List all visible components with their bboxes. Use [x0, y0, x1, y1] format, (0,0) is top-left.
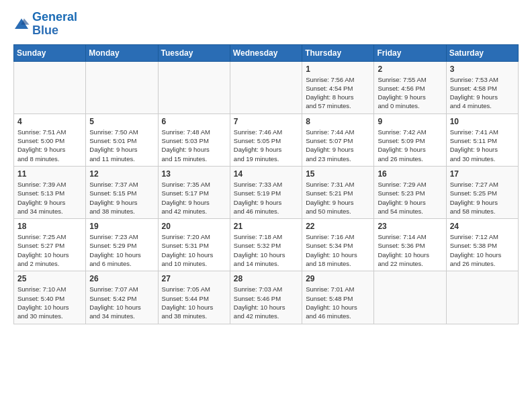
header: General Blue — [13, 11, 519, 38]
calendar-cell: 16Sunrise: 7:29 AM Sunset: 5:23 PM Dayli… — [374, 166, 446, 218]
calendar-cell: 15Sunrise: 7:31 AM Sunset: 5:21 PM Dayli… — [302, 166, 374, 218]
day-info: Sunrise: 7:29 AM Sunset: 5:23 PM Dayligh… — [378, 180, 442, 216]
day-header-saturday: Saturday — [446, 44, 518, 61]
calendar-cell — [446, 271, 518, 324]
day-number: 3 — [450, 64, 515, 74]
day-number: 8 — [306, 117, 370, 126]
day-number: 29 — [306, 274, 370, 283]
day-info: Sunrise: 7:16 AM Sunset: 5:34 PM Dayligh… — [306, 232, 370, 268]
day-info: Sunrise: 7:42 AM Sunset: 5:09 PM Dayligh… — [378, 128, 442, 163]
day-info: Sunrise: 7:56 AM Sunset: 4:54 PM Dayligh… — [306, 75, 370, 111]
page: General Blue SundayMondayTuesdayWednesda… — [0, 0, 532, 331]
calendar-cell: 3Sunrise: 7:53 AM Sunset: 4:58 PM Daylig… — [446, 61, 518, 113]
calendar-cell: 25Sunrise: 7:10 AM Sunset: 5:40 PM Dayli… — [14, 271, 86, 324]
day-info: Sunrise: 7:37 AM Sunset: 5:15 PM Dayligh… — [89, 180, 154, 216]
day-info: Sunrise: 7:39 AM Sunset: 5:13 PM Dayligh… — [17, 180, 82, 216]
day-number: 1 — [306, 64, 370, 74]
day-info: Sunrise: 7:35 AM Sunset: 5:17 PM Dayligh… — [162, 180, 226, 216]
calendar-cell: 23Sunrise: 7:14 AM Sunset: 5:36 PM Dayli… — [374, 219, 446, 271]
calendar-cell — [230, 61, 302, 113]
day-number: 11 — [17, 169, 82, 179]
day-number: 19 — [89, 222, 154, 231]
header-row: SundayMondayTuesdayWednesdayThursdayFrid… — [14, 44, 519, 61]
day-info: Sunrise: 7:01 AM Sunset: 5:48 PM Dayligh… — [306, 285, 370, 320]
day-number: 25 — [17, 274, 82, 283]
week-row-2: 4Sunrise: 7:51 AM Sunset: 5:00 PM Daylig… — [14, 113, 519, 166]
calendar-cell: 22Sunrise: 7:16 AM Sunset: 5:34 PM Dayli… — [302, 219, 374, 271]
calendar-cell: 13Sunrise: 7:35 AM Sunset: 5:17 PM Dayli… — [158, 166, 230, 218]
day-header-wednesday: Wednesday — [230, 44, 302, 61]
calendar-cell: 11Sunrise: 7:39 AM Sunset: 5:13 PM Dayli… — [14, 166, 86, 218]
day-number: 21 — [234, 222, 298, 231]
day-info: Sunrise: 7:31 AM Sunset: 5:21 PM Dayligh… — [306, 180, 370, 216]
calendar-cell: 8Sunrise: 7:44 AM Sunset: 5:07 PM Daylig… — [302, 113, 374, 166]
day-info: Sunrise: 7:27 AM Sunset: 5:25 PM Dayligh… — [450, 180, 515, 216]
calendar-cell: 29Sunrise: 7:01 AM Sunset: 5:48 PM Dayli… — [302, 271, 374, 324]
calendar-cell: 7Sunrise: 7:46 AM Sunset: 5:05 PM Daylig… — [230, 113, 302, 166]
day-info: Sunrise: 7:46 AM Sunset: 5:05 PM Dayligh… — [234, 128, 298, 163]
calendar-cell: 27Sunrise: 7:05 AM Sunset: 5:44 PM Dayli… — [158, 271, 230, 324]
logo-icon — [13, 17, 30, 31]
day-number: 28 — [234, 274, 298, 283]
day-header-friday: Friday — [374, 44, 446, 61]
day-number: 20 — [162, 222, 226, 231]
calendar-cell: 10Sunrise: 7:41 AM Sunset: 5:11 PM Dayli… — [446, 113, 518, 166]
calendar-cell — [86, 61, 158, 113]
calendar-table: SundayMondayTuesdayWednesdayThursdayFrid… — [13, 44, 519, 324]
day-number: 13 — [162, 169, 226, 179]
day-info: Sunrise: 7:48 AM Sunset: 5:03 PM Dayligh… — [162, 128, 226, 163]
day-info: Sunrise: 7:55 AM Sunset: 4:56 PM Dayligh… — [378, 75, 442, 111]
logo: General Blue — [13, 11, 77, 38]
calendar-cell: 12Sunrise: 7:37 AM Sunset: 5:15 PM Dayli… — [86, 166, 158, 218]
day-info: Sunrise: 7:03 AM Sunset: 5:46 PM Dayligh… — [234, 285, 298, 320]
day-number: 27 — [162, 274, 226, 283]
day-number: 24 — [450, 222, 515, 231]
day-info: Sunrise: 7:51 AM Sunset: 5:00 PM Dayligh… — [17, 128, 82, 163]
day-header-sunday: Sunday — [14, 44, 86, 61]
calendar-cell: 1Sunrise: 7:56 AM Sunset: 4:54 PM Daylig… — [302, 61, 374, 113]
day-number: 23 — [378, 222, 442, 231]
day-info: Sunrise: 7:25 AM Sunset: 5:27 PM Dayligh… — [17, 232, 82, 268]
day-number: 12 — [89, 169, 154, 179]
calendar-header: SundayMondayTuesdayWednesdayThursdayFrid… — [14, 44, 519, 61]
day-header-monday: Monday — [86, 44, 158, 61]
day-number: 2 — [378, 64, 442, 74]
calendar-cell: 9Sunrise: 7:42 AM Sunset: 5:09 PM Daylig… — [374, 113, 446, 166]
day-number: 4 — [17, 117, 82, 126]
day-number: 5 — [89, 117, 154, 126]
day-header-tuesday: Tuesday — [158, 44, 230, 61]
day-header-thursday: Thursday — [302, 44, 374, 61]
day-info: Sunrise: 7:05 AM Sunset: 5:44 PM Dayligh… — [162, 285, 226, 320]
day-info: Sunrise: 7:18 AM Sunset: 5:32 PM Dayligh… — [234, 232, 298, 268]
day-number: 10 — [450, 117, 515, 126]
calendar-cell: 2Sunrise: 7:55 AM Sunset: 4:56 PM Daylig… — [374, 61, 446, 113]
day-number: 26 — [89, 274, 154, 283]
day-number: 17 — [450, 169, 515, 179]
calendar-cell: 24Sunrise: 7:12 AM Sunset: 5:38 PM Dayli… — [446, 219, 518, 271]
day-info: Sunrise: 7:20 AM Sunset: 5:31 PM Dayligh… — [162, 232, 226, 268]
day-number: 6 — [162, 117, 226, 126]
calendar-cell: 14Sunrise: 7:33 AM Sunset: 5:19 PM Dayli… — [230, 166, 302, 218]
calendar-cell: 20Sunrise: 7:20 AM Sunset: 5:31 PM Dayli… — [158, 219, 230, 271]
week-row-1: 1Sunrise: 7:56 AM Sunset: 4:54 PM Daylig… — [14, 61, 519, 113]
day-info: Sunrise: 7:50 AM Sunset: 5:01 PM Dayligh… — [89, 128, 154, 163]
calendar-cell — [374, 271, 446, 324]
day-info: Sunrise: 7:14 AM Sunset: 5:36 PM Dayligh… — [378, 232, 442, 268]
calendar-cell: 5Sunrise: 7:50 AM Sunset: 5:01 PM Daylig… — [86, 113, 158, 166]
calendar-cell — [158, 61, 230, 113]
calendar-cell: 26Sunrise: 7:07 AM Sunset: 5:42 PM Dayli… — [86, 271, 158, 324]
week-row-5: 25Sunrise: 7:10 AM Sunset: 5:40 PM Dayli… — [14, 271, 519, 324]
day-info: Sunrise: 7:10 AM Sunset: 5:40 PM Dayligh… — [17, 285, 82, 320]
day-number: 16 — [378, 169, 442, 179]
day-number: 9 — [378, 117, 442, 126]
calendar-cell: 21Sunrise: 7:18 AM Sunset: 5:32 PM Dayli… — [230, 219, 302, 271]
day-number: 7 — [234, 117, 298, 126]
calendar-cell — [14, 61, 86, 113]
day-info: Sunrise: 7:33 AM Sunset: 5:19 PM Dayligh… — [234, 180, 298, 216]
calendar-cell: 4Sunrise: 7:51 AM Sunset: 5:00 PM Daylig… — [14, 113, 86, 166]
day-info: Sunrise: 7:12 AM Sunset: 5:38 PM Dayligh… — [450, 232, 515, 268]
calendar-cell: 18Sunrise: 7:25 AM Sunset: 5:27 PM Dayli… — [14, 219, 86, 271]
week-row-3: 11Sunrise: 7:39 AM Sunset: 5:13 PM Dayli… — [14, 166, 519, 218]
calendar-body: 1Sunrise: 7:56 AM Sunset: 4:54 PM Daylig… — [14, 61, 519, 324]
day-info: Sunrise: 7:44 AM Sunset: 5:07 PM Dayligh… — [306, 128, 370, 163]
